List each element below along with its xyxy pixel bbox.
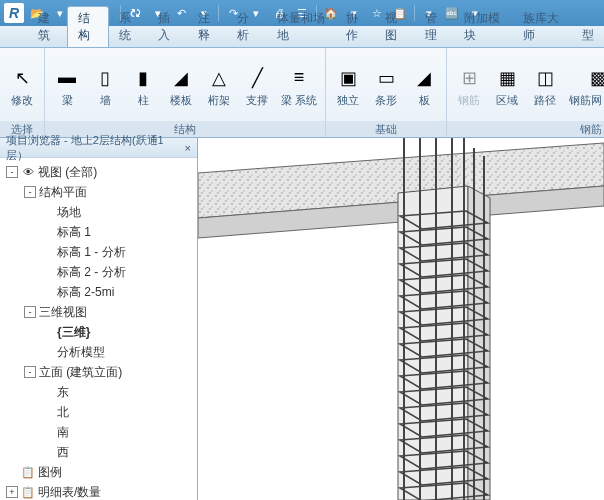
ribbon-button[interactable]: ◢楼板 <box>163 62 199 108</box>
ribbon-tab[interactable]: 注释 <box>188 7 227 47</box>
tree-node[interactable]: -👁视图 (全部) <box>2 162 195 182</box>
ribbon-panel: ▣独立▭条形◢板基础 <box>326 48 447 137</box>
tree-node[interactable]: 东 <box>2 382 195 402</box>
tree-item-icon: 📋 <box>21 465 35 479</box>
tree-item-label: 北 <box>57 404 69 421</box>
tree-toggle-icon[interactable]: - <box>6 166 18 178</box>
ribbon-tab[interactable]: 分析 <box>227 7 266 47</box>
tool-icon: ◢ <box>167 64 195 92</box>
tool-label: 支撑 <box>246 94 268 106</box>
tree-node[interactable]: {三维} <box>2 322 195 342</box>
tool-icon: ▭ <box>372 64 400 92</box>
tool-label: 钢筋 <box>458 94 480 106</box>
tree-node[interactable]: 标高 1 <box>2 222 195 242</box>
tree-node[interactable]: +📋明细表/数量 <box>2 482 195 500</box>
ribbon-tab[interactable]: 附加模块 <box>454 7 513 47</box>
tool-label: 板 <box>419 94 430 106</box>
ribbon-button[interactable]: ╱支撑 <box>239 62 275 108</box>
tree-item-label: 视图 (全部) <box>38 164 97 181</box>
tree-item-label: 结构平面 <box>39 184 87 201</box>
ribbon-button[interactable]: ▭条形 <box>368 62 404 108</box>
tool-label: 梁 系统 <box>281 94 317 106</box>
ribbon-button[interactable]: ▬梁 <box>49 62 85 108</box>
tool-label: 柱 <box>138 94 149 106</box>
ribbon-button[interactable]: △桁架 <box>201 62 237 108</box>
tree-toggle-icon[interactable]: - <box>24 366 36 378</box>
tool-label: 墙 <box>100 94 111 106</box>
tool-label: 桁架 <box>208 94 230 106</box>
ribbon-button[interactable]: ▣独立 <box>330 62 366 108</box>
project-browser-header: 项目浏览器 - 地上2层结构(跃通1层） × <box>0 138 197 158</box>
ribbon-button[interactable]: ▩钢筋网 区域 <box>565 62 604 108</box>
project-tree[interactable]: -👁视图 (全部)-结构平面场地标高 1标高 1 - 分析标高 2 - 分析标高… <box>0 158 197 500</box>
tool-label: 楼板 <box>170 94 192 106</box>
tree-item-label: 东 <box>57 384 69 401</box>
tree-item-label: 三维视图 <box>39 304 87 321</box>
tool-label: 梁 <box>62 94 73 106</box>
ribbon-tab[interactable]: 管理 <box>415 7 454 47</box>
ribbon-button[interactable]: ▮柱 <box>125 62 161 108</box>
tool-icon: △ <box>205 64 233 92</box>
ribbon-tab[interactable]: 系统 <box>109 7 148 47</box>
tool-label: 条形 <box>375 94 397 106</box>
tree-item-label: 标高 2 - 分析 <box>57 264 126 281</box>
tree-node[interactable]: -三维视图 <box>2 302 195 322</box>
ribbon-button[interactable]: ⊞钢筋 <box>451 62 487 108</box>
tool-icon: ▬ <box>53 64 81 92</box>
tree-item-label: {三维} <box>57 324 90 341</box>
tree-node[interactable]: 西 <box>2 442 195 462</box>
tree-node[interactable]: 标高 2 - 分析 <box>2 262 195 282</box>
ribbon-panel: ▬梁▯墙▮柱◢楼板△桁架╱支撑≡梁 系统结构 <box>45 48 326 137</box>
ribbon-tabs: 建筑结构系统插入注释分析体量和场地协作视图管理附加模块族库大师型 <box>0 26 604 48</box>
tool-icon: ▩ <box>584 64 604 92</box>
ribbon-button[interactable]: ◫路径 <box>527 62 563 108</box>
tree-item-label: 场地 <box>57 204 81 221</box>
panel-title: 钢筋 <box>447 121 604 137</box>
tool-icon: ╱ <box>243 64 271 92</box>
tree-item-label: 分析模型 <box>57 344 105 361</box>
tree-node[interactable]: 场地 <box>2 202 195 222</box>
tree-node[interactable]: 北 <box>2 402 195 422</box>
ribbon-panel: ⊞钢筋▦区域◫路径▩钢筋网 区域◻钢筋 网片▭保护层钢筋 <box>447 48 604 137</box>
ribbon-tab[interactable]: 视图 <box>375 7 414 47</box>
tree-toggle-icon[interactable]: - <box>24 186 36 198</box>
tool-label: 区域 <box>496 94 518 106</box>
ribbon-tab[interactable]: 插入 <box>148 7 187 47</box>
tree-node[interactable]: 标高 2-5mi <box>2 282 195 302</box>
close-icon[interactable]: × <box>185 142 191 154</box>
tree-node[interactable]: 标高 1 - 分析 <box>2 242 195 262</box>
ribbon-tab[interactable]: 建筑 <box>28 7 67 47</box>
tree-item-label: 明细表/数量 <box>38 484 101 501</box>
tool-icon: ▯ <box>91 64 119 92</box>
ribbon: ↖修改选择▬梁▯墙▮柱◢楼板△桁架╱支撑≡梁 系统结构▣独立▭条形◢板基础⊞钢筋… <box>0 48 604 138</box>
workspace: 项目浏览器 - 地上2层结构(跃通1层） × -👁视图 (全部)-结构平面场地标… <box>0 138 604 500</box>
3d-viewport[interactable] <box>198 138 604 500</box>
ribbon-button[interactable]: ▦区域 <box>489 62 525 108</box>
ribbon-button[interactable]: ↖修改 <box>4 62 40 108</box>
ribbon-tab[interactable]: 族库大师 <box>513 7 572 47</box>
tool-label: 独立 <box>337 94 359 106</box>
tree-node[interactable]: 📋图例 <box>2 462 195 482</box>
tool-icon: ▦ <box>493 64 521 92</box>
ribbon-button[interactable]: ◢板 <box>406 62 442 108</box>
tree-node[interactable]: -立面 (建筑立面) <box>2 362 195 382</box>
tree-item-label: 图例 <box>38 464 62 481</box>
ribbon-button[interactable]: ≡梁 系统 <box>277 62 321 108</box>
ribbon-tab[interactable]: 协作 <box>336 7 375 47</box>
tree-node[interactable]: -结构平面 <box>2 182 195 202</box>
ribbon-tab[interactable]: 结构 <box>67 6 108 47</box>
ribbon-button[interactable]: ▯墙 <box>87 62 123 108</box>
tool-icon: ⊞ <box>455 64 483 92</box>
tree-node[interactable]: 南 <box>2 422 195 442</box>
tree-node[interactable]: 分析模型 <box>2 342 195 362</box>
tree-item-icon: 📋 <box>21 485 35 499</box>
tree-item-icon: 👁 <box>21 165 35 179</box>
app-logo[interactable]: R <box>4 3 24 23</box>
tree-item-label: 西 <box>57 444 69 461</box>
ribbon-tab[interactable]: 型 <box>572 24 604 47</box>
ribbon-tab[interactable]: 体量和场地 <box>267 7 336 47</box>
tree-toggle-icon[interactable]: + <box>6 486 18 498</box>
tool-icon: ≡ <box>285 64 313 92</box>
tree-toggle-icon[interactable]: - <box>24 306 36 318</box>
panel-title: 基础 <box>326 121 446 137</box>
